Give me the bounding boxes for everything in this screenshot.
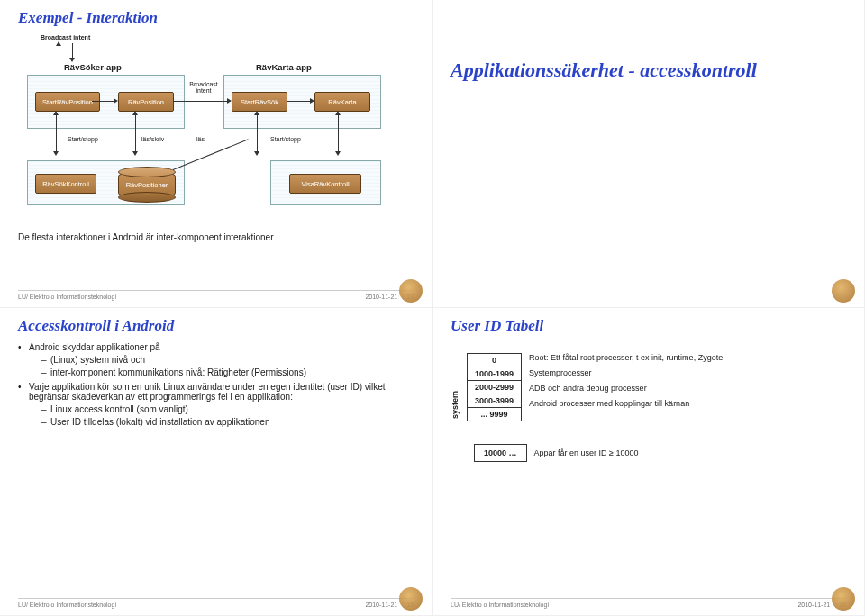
diagram: Broadcast intent RävSöker-app StartRävPo… <box>18 34 396 210</box>
sub-bullet: User ID tilldelas (lokalt) vid installat… <box>41 417 414 427</box>
app-ravsoker-bottom: RävSökKontroll RävPositioner <box>27 160 185 205</box>
slide-title: Exempel - Interaktion <box>18 9 414 27</box>
slide-title: User ID Tabell <box>451 317 846 335</box>
uid-extra-id: 10000 … <box>474 444 527 462</box>
footer-org: LU/ Elektro o Informationsteknologi <box>18 602 116 608</box>
sub-bullet: (Linux) system nivå och <box>41 355 414 365</box>
uid-table: 0 1000-1999 2000-2999 3000-3999 ... 9999 <box>467 353 522 421</box>
cylinder-ravpositioner: RävPositioner <box>118 170 176 199</box>
node-ravposition: RävPosition <box>118 92 174 112</box>
broadcast-intent-edge: Broadcast intent <box>186 81 222 94</box>
uid-extra-desc: Appar får en user ID ≥ 10000 <box>534 448 639 457</box>
slide-footer: LU/ Elektro o Informationsteknologi 2010… <box>18 598 414 608</box>
uid-cell: 2000-2999 <box>468 381 522 394</box>
broadcast-intent-label: Broadcast intent <box>41 34 90 41</box>
node-ravsokkontroll: RävSökKontroll <box>35 174 96 194</box>
app-label: RävSöker-app <box>64 62 122 72</box>
slide-note: De flesta interaktioner i Android är int… <box>18 232 414 242</box>
sub-bullet: inter-komponent kommunikations nivå: Rät… <box>41 367 414 377</box>
seal-icon <box>399 279 423 303</box>
node-startravsok: StartRävSök <box>232 92 287 112</box>
slide-2: Applikationssäkerhet - accesskontroll <box>432 0 865 308</box>
app-ravkarta: RävKarta-app StartRävSök RävKarta <box>223 75 381 129</box>
seal-icon <box>832 587 855 611</box>
node-visaravkontroll: VisaRävKontroll <box>289 174 361 194</box>
node-startravposition: StartRävPosition <box>35 92 100 112</box>
bullets: Android skyddar applikationer på (Linux)… <box>18 342 414 427</box>
slide-4: User ID Tabell system 0 1000-1999 2000-2… <box>432 308 865 616</box>
uid-desc-row: ADB och andra debug processer <box>529 384 725 393</box>
uid-cell: 1000-1999 <box>468 367 522 381</box>
footer-org: LU/ Elektro o Informationsteknologi <box>18 294 116 300</box>
app-ravkarta-bottom: VisaRävKontroll <box>270 160 381 205</box>
uid-cell: ... 9999 <box>468 408 522 421</box>
slide-title: Applikationssäkerhet - accesskontroll <box>451 59 846 82</box>
slide-1: Exempel - Interaktion Broadcast intent R… <box>0 0 432 308</box>
footer-date: 2010-11-21 <box>365 602 397 608</box>
slide-title: Accesskontroll i Android <box>18 317 414 335</box>
uid-desc-row: Android processer med kopplingar till kä… <box>529 399 725 408</box>
edge-las-skriv: läs/skriv <box>141 136 164 142</box>
system-label: system <box>451 356 460 419</box>
slide-footer: LU/ Elektro o Informationsteknologi 2010… <box>18 290 414 300</box>
slide-3: Accesskontroll i Android Android skyddar… <box>0 308 432 616</box>
seal-icon <box>399 587 423 611</box>
edge-las: läs <box>196 136 205 142</box>
uid-cell: 3000-3999 <box>468 394 522 408</box>
edge-start-stopp-2: Start/stopp <box>270 136 301 142</box>
bullet: Varje applikation kör som en unik Linux … <box>18 382 414 427</box>
sub-bullet: Linux access kontroll (som vanligt) <box>41 404 414 414</box>
uid-descriptions: Root: Ett fåtal root processer, t ex ini… <box>529 353 725 408</box>
footer-date: 2010-11-21 <box>365 294 397 300</box>
uid-desc-row: Systemprocesser <box>529 368 725 377</box>
footer-org: LU/ Elektro o Informationsteknologi <box>451 602 549 608</box>
uid-cell: 0 <box>468 354 522 367</box>
seal-icon <box>832 279 855 303</box>
app-label: RävKarta-app <box>256 62 312 72</box>
node-ravkarta: RävKarta <box>314 92 370 112</box>
bullet: Android skyddar applikationer på (Linux)… <box>18 342 414 377</box>
uid-desc-row: Root: Ett fåtal root processer, t ex ini… <box>529 353 725 362</box>
footer-date: 2010-11-21 <box>797 602 830 608</box>
edge-start-stopp-1: Start/stopp <box>68 136 98 142</box>
app-ravsoker: RävSöker-app StartRävPosition RävPositio… <box>27 75 185 129</box>
uid-extra-row: 10000 … Appar får en user ID ≥ 10000 <box>451 444 846 462</box>
slide-footer: LU/ Elektro o Informationsteknologi 2010… <box>451 598 846 608</box>
uid-table-wrap: system 0 1000-1999 2000-2999 3000-3999 .… <box>451 353 846 421</box>
